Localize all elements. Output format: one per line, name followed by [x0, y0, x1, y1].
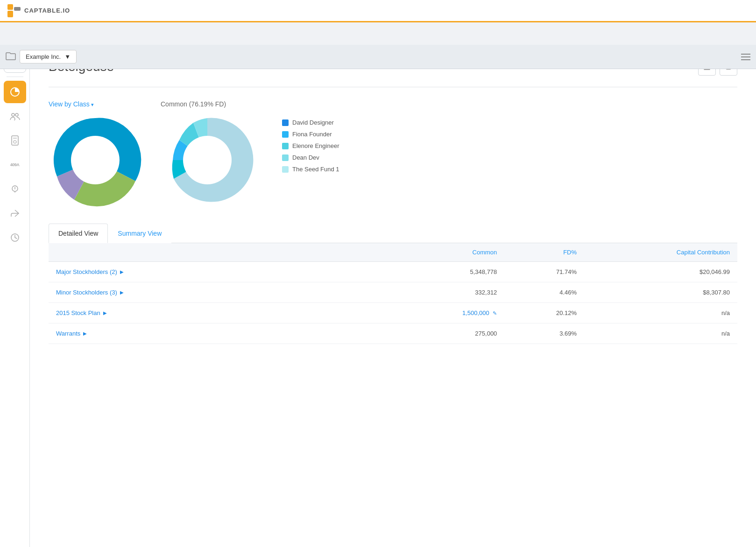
legend-item-dean: Dean Dev [282, 154, 339, 161]
legend-color-david [282, 119, 289, 126]
legend-label-elenore: Elenore Engineer [292, 142, 339, 149]
svg-rect-2 [14, 7, 21, 11]
common-chart-container: Common (76.19% FD) [161, 100, 254, 207]
sidebar-item-stakeholders[interactable] [4, 105, 26, 127]
warrants-common: 275,000 [393, 323, 505, 344]
warrants-link[interactable]: Warrants ▶ [56, 330, 386, 337]
company-selector[interactable]: Example Inc. ▼ [20, 50, 77, 63]
legend-color-seedfund [282, 166, 289, 173]
tabs-bar: Detailed View Summary View [49, 224, 737, 243]
tab-detailed-view[interactable]: Detailed View [49, 224, 108, 243]
major-stockholders-capital: $20,046.99 [584, 262, 737, 282]
share-icon [10, 209, 20, 217]
th-capital: Capital Contribution [584, 243, 737, 262]
header-divider [49, 87, 737, 87]
row-warrants-label: Warrants ▶ [49, 323, 393, 344]
legend-color-fiona [282, 131, 289, 138]
stock-plan-link[interactable]: 2015 Stock Plan ▶ [56, 309, 386, 316]
table-header-row: Common FD% Capital Contribution [49, 243, 737, 262]
svg-point-18 [183, 136, 232, 184]
legend-label-seedfund: The Seed Fund 1 [292, 166, 339, 173]
svg-rect-0 [7, 4, 13, 10]
sub-header: Example Inc. ▼ [0, 45, 756, 69]
table-header: Common FD% Capital Contribution [49, 243, 737, 262]
legend-label-david: David Designer [292, 119, 334, 126]
stock-plan-edit-icon[interactable]: ✎ [493, 310, 497, 316]
stock-plan-capital: n/a [584, 303, 737, 323]
legend-label-dean: Dean Dev [292, 154, 319, 161]
chart-legend: David Designer Fiona Founder Elenore Eng… [282, 119, 339, 173]
sidebar-item-history[interactable] [4, 226, 26, 249]
table-row: Minor Stockholders (3) ▶ 332,312 4.46% $… [49, 282, 737, 303]
tabs-section: Detailed View Summary View Common FD% Ca… [49, 224, 737, 344]
major-stockholders-text: Major Stockholders (2) [56, 268, 117, 275]
sidebar-item-captable[interactable] [4, 81, 26, 103]
major-stockholders-link[interactable]: Major Stockholders (2) ▶ [56, 268, 386, 275]
warrants-text: Warrants [56, 330, 80, 337]
legend-label-fiona: Fiona Founder [292, 131, 332, 138]
warrants-capital: n/a [584, 323, 737, 344]
sidebar: + 409A [0, 47, 30, 547]
sidebar-item-reports[interactable] [4, 129, 26, 152]
legend-color-dean [282, 154, 289, 161]
stakeholders-icon [10, 112, 20, 120]
svg-point-7 [14, 140, 16, 143]
minor-stockholders-capital: $8,307.80 [584, 282, 737, 303]
table-row: Warrants ▶ 275,000 3.69% n/a [49, 323, 737, 344]
table-row: Major Stockholders (2) ▶ 5,348,778 71.74… [49, 262, 737, 282]
folder-svg [6, 52, 16, 60]
minor-stockholders-expand[interactable]: ▶ [120, 290, 124, 295]
minor-stockholders-fd: 4.46% [504, 282, 584, 303]
legend-item-fiona: Fiona Founder [282, 131, 339, 138]
hamburger-menu[interactable] [741, 54, 750, 60]
sidebar-divider-1 [7, 77, 23, 77]
history-icon [10, 233, 20, 242]
logo-area: CAPTABLE.IO [7, 4, 70, 17]
tab-summary-view[interactable]: Summary View [108, 224, 171, 243]
company-name: Example Inc. [26, 53, 61, 60]
stock-plan-common: 1,500,000 ✎ [393, 303, 505, 323]
captable-data-table: Common FD% Capital Contribution Major St… [49, 243, 737, 344]
sidebar-item-409a[interactable]: 409A [4, 154, 26, 176]
th-label [49, 243, 393, 262]
app-layout: + 409A [0, 47, 756, 547]
dropdown-arrow: ▼ [64, 53, 71, 60]
sidebar-item-scenarios[interactable] [4, 178, 26, 200]
class-chart-container: View by Class [49, 100, 142, 207]
reports-icon [11, 135, 19, 146]
stock-plan-expand[interactable]: ▶ [103, 310, 107, 316]
charts-section: View by Class Common (76.19% FD [49, 100, 737, 207]
view-by-class-button[interactable]: View by Class [49, 100, 94, 108]
legend-item-david: David Designer [282, 119, 339, 126]
svg-point-4 [12, 113, 14, 116]
th-fd: FD% [504, 243, 584, 262]
stock-plan-fd: 20.12% [504, 303, 584, 323]
stock-plan-text: 2015 Stock Plan [56, 309, 100, 316]
legend-color-elenore [282, 143, 289, 149]
common-chart-title: Common (76.19% FD) [161, 100, 226, 108]
minor-stockholders-text: Minor Stockholders (3) [56, 289, 117, 296]
minor-stockholders-link[interactable]: Minor Stockholders (3) ▶ [56, 289, 386, 296]
folder-icon[interactable] [6, 52, 16, 62]
captable-icon [10, 87, 20, 97]
warrants-expand[interactable]: ▶ [83, 331, 87, 336]
logo-icon [7, 4, 21, 17]
app-name: CAPTABLE.IO [24, 7, 70, 14]
table-row: 2015 Stock Plan ▶ 1,500,000 ✎ 20.12% n/a [49, 303, 737, 323]
row-stock-plan-label: 2015 Stock Plan ▶ [49, 303, 393, 323]
minor-stockholders-common: 332,312 [393, 282, 505, 303]
svg-rect-1 [7, 11, 13, 17]
table-body: Major Stockholders (2) ▶ 5,348,778 71.74… [49, 262, 737, 344]
svg-point-5 [15, 113, 18, 116]
warrants-fd: 3.69% [504, 323, 584, 344]
row-minor-stockholders-label: Minor Stockholders (3) ▶ [49, 282, 393, 303]
main-content: Betelgeuse ✎ [30, 47, 756, 547]
class-donut-chart [49, 113, 142, 207]
legend-item-elenore: Elenore Engineer [282, 142, 339, 149]
top-nav-bar: CAPTABLE.IO [0, 0, 756, 22]
common-donut-chart [161, 113, 254, 207]
major-stockholders-expand[interactable]: ▶ [120, 269, 124, 274]
sidebar-item-share[interactable] [4, 202, 26, 224]
major-stockholders-fd: 71.74% [504, 262, 584, 282]
row-major-stockholders-label: Major Stockholders (2) ▶ [49, 262, 393, 282]
